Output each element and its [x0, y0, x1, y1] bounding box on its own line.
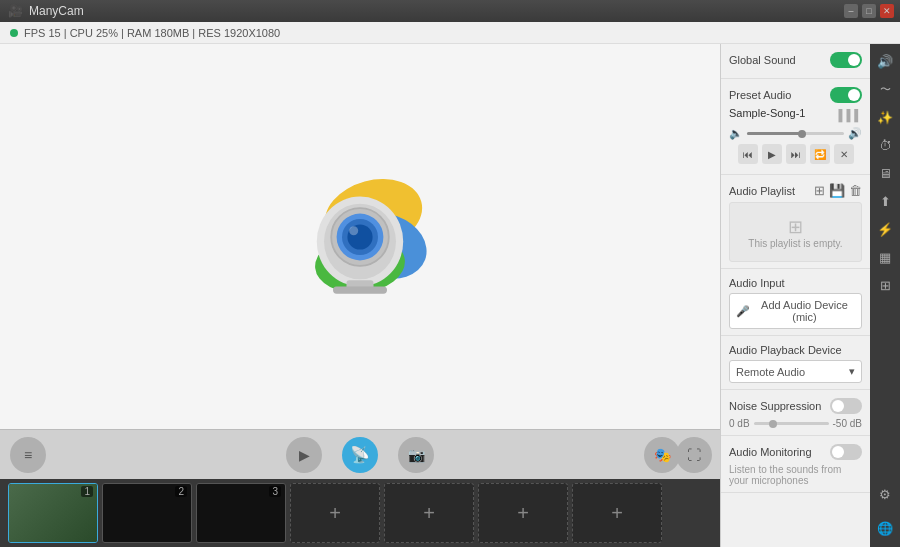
prev-button[interactable]: ⏮ — [738, 144, 758, 164]
svg-point-9 — [349, 226, 358, 235]
noise-val-left: 0 dB — [729, 418, 750, 429]
close-button[interactable]: ✕ — [880, 4, 894, 18]
add-source-1[interactable]: + — [290, 483, 380, 543]
video-button[interactable]: ▶ — [286, 437, 322, 473]
volume-fill — [747, 132, 800, 135]
minimize-button[interactable]: – — [844, 4, 858, 18]
audio-playlist-label: Audio Playlist — [729, 185, 795, 197]
status-indicator — [10, 29, 18, 37]
next-button[interactable]: ⏭ — [786, 144, 806, 164]
playlist-save-icon[interactable]: 💾 — [829, 183, 845, 198]
video-icon: ▶ — [299, 447, 310, 463]
playlist-add-icon-center: ⊞ — [788, 216, 803, 238]
audio-playback-label: Audio Playback Device — [729, 344, 842, 356]
preset-audio-toggle[interactable] — [830, 87, 862, 103]
mic-icon: 🎤 — [736, 305, 750, 318]
stats-bar: FPS 15 | CPU 25% | RAM 180MB | RES 1920X… — [0, 22, 900, 44]
preset-audio-label: Preset Audio — [729, 89, 791, 101]
window-controls: – □ ✕ — [844, 4, 894, 18]
volume-min-icon: 🔈 — [729, 127, 743, 140]
audio-playback-section: Audio Playback Device Remote Audio ▾ — [721, 336, 870, 390]
playlist-empty-text: This playlist is empty. — [748, 238, 842, 249]
song-row: Sample-Song-1 ▌▌▌ — [729, 107, 862, 123]
noise-suppression-section: Noise Suppression 0 dB -50 dB — [721, 390, 870, 436]
manycam-brand-icon[interactable]: 🌐 — [872, 515, 898, 541]
playlist-delete-icon[interactable]: 🗑 — [849, 183, 862, 198]
photo-button[interactable]: 📷 — [398, 437, 434, 473]
effects-icon[interactable]: ✨ — [872, 104, 898, 130]
noise-suppression-row: Noise Suppression — [729, 398, 862, 414]
noise-row: 0 dB -50 dB — [729, 418, 862, 429]
upload-icon[interactable]: ⬆ — [872, 188, 898, 214]
source-strip: 1 2 3 + + + + — [0, 479, 720, 547]
add-source-4[interactable]: + — [572, 483, 662, 543]
menu-icon-btn[interactable]: ≡ — [10, 437, 46, 473]
audio-wave-icon[interactable]: 〜 — [872, 76, 898, 102]
add-device-text: Add Audio Device (mic) — [754, 299, 855, 323]
source-thumb-3[interactable]: 3 — [196, 483, 286, 543]
playback-device-dropdown[interactable]: Remote Audio ▾ — [729, 360, 862, 383]
volume-row: 🔈 🔊 — [729, 127, 862, 140]
playlist-icons: ⊞ 💾 🗑 — [814, 183, 862, 198]
playlist-add-icon[interactable]: ⊞ — [814, 183, 825, 198]
settings-icon[interactable]: ⚙ — [872, 481, 898, 507]
mask-button[interactable]: 🎭 — [644, 437, 680, 473]
playback-controls: ⏮ ▶ ⏭ 🔁 ✕ — [729, 144, 862, 164]
right-icon-bar: 🔊 〜 ✨ ⏱ 🖥 ⬆ ⚡ ▦ ⊞ ⚙ 🌐 — [870, 44, 900, 547]
audio-monitoring-row: Audio Monitoring — [729, 444, 862, 460]
chevron-down-icon: ▾ — [849, 365, 855, 378]
right-panel: Global Sound Preset Audio Sample-Song-1 … — [720, 44, 870, 547]
monitoring-desc: Listen to the sounds from your microphon… — [729, 464, 862, 486]
playlist-empty: ⊞ This playlist is empty. — [729, 202, 862, 262]
song-name: Sample-Song-1 — [729, 107, 805, 119]
stats-text: FPS 15 | CPU 25% | RAM 180MB | RES 1920X… — [24, 27, 280, 39]
audio-input-row: Audio Input — [729, 277, 862, 289]
loop-button[interactable]: 🔁 — [810, 144, 830, 164]
playlist-header: Audio Playlist ⊞ 💾 🗑 — [729, 183, 862, 198]
bottom-toolbar: ≡ ▶ 📡 📷 🎭 — [0, 429, 720, 479]
app-icon: 🎥 — [8, 4, 23, 18]
grid-icon[interactable]: ⊞ — [872, 272, 898, 298]
fullscreen-btn-wrap: ⛶ — [676, 437, 712, 473]
svg-rect-11 — [333, 286, 387, 293]
global-sound-section: Global Sound — [721, 44, 870, 79]
audio-monitoring-toggle[interactable] — [830, 444, 862, 460]
preview-area: ≡ ▶ 📡 📷 🎭 — [0, 44, 720, 547]
sound-tab-icon[interactable]: 🔊 — [872, 48, 898, 74]
noise-suppression-toggle[interactable] — [830, 398, 862, 414]
volume-slider[interactable] — [747, 132, 844, 135]
fullscreen-icon: ⛶ — [687, 447, 701, 463]
add-source-2[interactable]: + — [384, 483, 474, 543]
source-thumb-1[interactable]: 1 — [8, 483, 98, 543]
add-source-3[interactable]: + — [478, 483, 568, 543]
noise-thumb[interactable] — [769, 420, 777, 428]
fullscreen-button[interactable]: ⛶ — [676, 437, 712, 473]
wand-icon[interactable]: ⚡ — [872, 216, 898, 242]
source-num-1: 1 — [81, 486, 93, 497]
photo-icon: 📷 — [408, 447, 425, 463]
layers-icon[interactable]: ▦ — [872, 244, 898, 270]
audio-playlist-section: Audio Playlist ⊞ 💾 🗑 ⊞ This playlist is … — [721, 175, 870, 269]
broadcast-icon: 📡 — [350, 445, 370, 464]
volume-thumb[interactable] — [798, 130, 806, 138]
history-icon[interactable]: ⏱ — [872, 132, 898, 158]
maximize-button[interactable]: □ — [862, 4, 876, 18]
broadcast-button[interactable]: 📡 — [342, 437, 378, 473]
noise-slider[interactable] — [754, 422, 829, 425]
global-sound-label: Global Sound — [729, 54, 796, 66]
add-audio-device-button[interactable]: 🎤 Add Audio Device (mic) — [729, 293, 862, 329]
global-sound-toggle[interactable] — [830, 52, 862, 68]
menu-button[interactable]: ≡ — [10, 437, 46, 473]
source-num-3: 3 — [269, 486, 281, 497]
source-thumb-2[interactable]: 2 — [102, 483, 192, 543]
audio-playback-row: Audio Playback Device — [729, 344, 862, 356]
shuffle-button[interactable]: ✕ — [834, 144, 854, 164]
main-layout: ≡ ▶ 📡 📷 🎭 — [0, 44, 900, 547]
audio-input-label: Audio Input — [729, 277, 785, 289]
display-icon[interactable]: 🖥 — [872, 160, 898, 186]
noise-val-right: -50 dB — [833, 418, 862, 429]
menu-icon: ≡ — [24, 447, 32, 463]
noise-suppression-label: Noise Suppression — [729, 400, 821, 412]
play-button[interactable]: ▶ — [762, 144, 782, 164]
bottom-bar-wrapper: ≡ ▶ 📡 📷 🎭 — [0, 429, 720, 547]
